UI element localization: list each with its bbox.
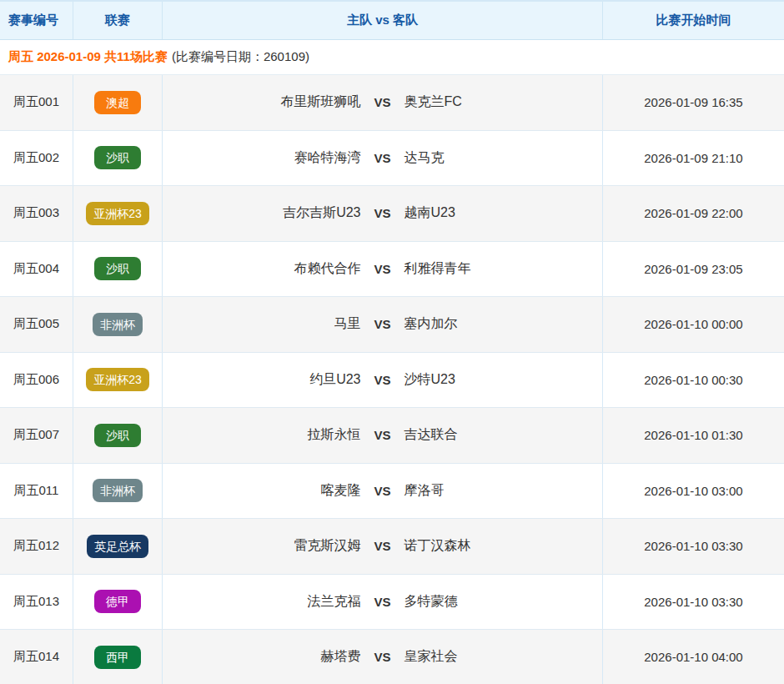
match-row[interactable]: 周五011 非洲杯 喀麦隆 VS 摩洛哥 2026-01-10 03:00 bbox=[0, 464, 784, 520]
home-team-name: 马里 bbox=[163, 315, 361, 333]
match-row[interactable]: 周五005 非洲杯 马里 VS 塞内加尔 2026-01-10 00:00 bbox=[0, 297, 784, 353]
matchup-cell: 雷克斯汉姆 VS 诺丁汉森林 bbox=[163, 519, 603, 574]
date-group-title: 周五 2026-01-09 共11场比赛 bbox=[8, 49, 168, 65]
matchup-cell: 吉尔吉斯U23 VS 越南U23 bbox=[163, 186, 603, 241]
vs-label: VS bbox=[374, 484, 391, 498]
home-team-name: 赛哈特海湾 bbox=[163, 149, 361, 167]
vs-label: VS bbox=[374, 595, 391, 609]
start-time-cell: 2026-01-09 16:35 bbox=[603, 75, 784, 130]
home-team-name: 赫塔费 bbox=[163, 648, 361, 666]
away-team-name: 诺丁汉森林 bbox=[405, 537, 603, 555]
home-team-name: 拉斯永恒 bbox=[163, 426, 361, 444]
away-team-name: 奥克兰FC bbox=[405, 93, 603, 111]
vs-label: VS bbox=[374, 428, 391, 442]
home-team-name: 吉尔吉斯U23 bbox=[163, 204, 361, 222]
home-team-name: 喀麦隆 bbox=[163, 482, 361, 500]
header-match-id: 赛事编号 bbox=[0, 2, 73, 39]
match-id-cell: 周五007 bbox=[0, 408, 73, 463]
matchup-cell: 布里斯班狮吼 VS 奥克兰FC bbox=[163, 75, 603, 130]
matchup-cell: 拉斯永恒 VS 吉达联合 bbox=[163, 408, 603, 463]
vs-label: VS bbox=[374, 650, 391, 664]
table-header-row: 赛事编号 联赛 主队 vs 客队 比赛开始时间 bbox=[0, 2, 784, 40]
home-team-name: 约旦U23 bbox=[163, 371, 361, 389]
home-team-name: 雷克斯汉姆 bbox=[163, 537, 361, 555]
home-team-name: 布里斯班狮吼 bbox=[163, 93, 361, 111]
away-team-name: 利雅得青年 bbox=[405, 260, 603, 278]
match-schedule-table: 赛事编号 联赛 主队 vs 客队 比赛开始时间 周五 2026-01-09 共1… bbox=[0, 0, 784, 684]
start-time-cell: 2026-01-10 01:30 bbox=[603, 408, 784, 463]
match-row[interactable]: 周五002 沙职 赛哈特海湾 VS 达马克 2026-01-09 21:10 bbox=[0, 131, 784, 187]
match-row[interactable]: 周五004 沙职 布赖代合作 VS 利雅得青年 2026-01-09 23:05 bbox=[0, 242, 784, 298]
league-badge: 亚洲杯23 bbox=[86, 368, 149, 391]
start-time-cell: 2026-01-10 03:00 bbox=[603, 464, 784, 519]
league-badge: 沙职 bbox=[94, 424, 141, 447]
league-badge: 西甲 bbox=[94, 646, 141, 669]
match-row[interactable]: 周五013 德甲 法兰克福 VS 多特蒙德 2026-01-10 03:30 bbox=[0, 575, 784, 631]
match-row[interactable]: 周五007 沙职 拉斯永恒 VS 吉达联合 2026-01-10 01:30 bbox=[0, 408, 784, 464]
match-row[interactable]: 周五003 亚洲杯23 吉尔吉斯U23 VS 越南U23 2026-01-09 … bbox=[0, 186, 784, 242]
away-team-name: 越南U23 bbox=[405, 204, 603, 222]
match-row[interactable]: 周五014 西甲 赫塔费 VS 皇家社会 2026-01-10 04:00 bbox=[0, 630, 784, 684]
vs-label: VS bbox=[374, 151, 391, 165]
match-id-cell: 周五012 bbox=[0, 519, 73, 574]
away-team-name: 摩洛哥 bbox=[405, 482, 603, 500]
away-team-name: 皇家社会 bbox=[405, 648, 603, 666]
home-team-name: 法兰克福 bbox=[163, 593, 361, 611]
matchup-cell: 法兰克福 VS 多特蒙德 bbox=[163, 575, 603, 630]
league-badge: 英足总杯 bbox=[87, 535, 148, 558]
matchup-cell: 马里 VS 塞内加尔 bbox=[163, 297, 603, 352]
match-id-cell: 周五013 bbox=[0, 575, 73, 630]
match-row[interactable]: 周五006 亚洲杯23 约旦U23 VS 沙特U23 2026-01-10 00… bbox=[0, 353, 784, 409]
match-row[interactable]: 周五012 英足总杯 雷克斯汉姆 VS 诺丁汉森林 2026-01-10 03:… bbox=[0, 519, 784, 575]
league-badge: 澳超 bbox=[94, 91, 141, 114]
matchup-cell: 布赖代合作 VS 利雅得青年 bbox=[163, 242, 603, 297]
league-badge: 亚洲杯23 bbox=[86, 202, 149, 225]
away-team-name: 多特蒙德 bbox=[405, 593, 603, 611]
match-id-cell: 周五011 bbox=[0, 464, 73, 519]
match-id-cell: 周五004 bbox=[0, 242, 73, 297]
start-time-cell: 2026-01-09 21:10 bbox=[603, 131, 784, 186]
away-team-name: 沙特U23 bbox=[405, 371, 603, 389]
league-badge: 沙职 bbox=[94, 257, 141, 280]
league-cell: 亚洲杯23 bbox=[73, 186, 163, 241]
matchup-cell: 喀麦隆 VS 摩洛哥 bbox=[163, 464, 603, 519]
vs-label: VS bbox=[374, 95, 391, 109]
league-badge: 沙职 bbox=[94, 146, 141, 169]
league-cell: 英足总杯 bbox=[73, 519, 163, 574]
start-time-cell: 2026-01-10 00:00 bbox=[603, 297, 784, 352]
match-id-cell: 周五006 bbox=[0, 353, 73, 408]
matchup-cell: 赛哈特海湾 VS 达马克 bbox=[163, 131, 603, 186]
vs-label: VS bbox=[374, 262, 391, 276]
league-cell: 西甲 bbox=[73, 630, 163, 684]
match-row[interactable]: 周五001 澳超 布里斯班狮吼 VS 奥克兰FC 2026-01-09 16:3… bbox=[0, 75, 784, 131]
league-cell: 德甲 bbox=[73, 575, 163, 630]
matchup-cell: 赫塔费 VS 皇家社会 bbox=[163, 630, 603, 684]
start-time-cell: 2026-01-10 00:30 bbox=[603, 353, 784, 408]
away-team-name: 塞内加尔 bbox=[405, 315, 603, 333]
start-time-cell: 2026-01-10 03:30 bbox=[603, 575, 784, 630]
start-time-cell: 2026-01-10 04:00 bbox=[603, 630, 784, 684]
start-time-cell: 2026-01-09 23:05 bbox=[603, 242, 784, 297]
away-team-name: 吉达联合 bbox=[405, 426, 603, 444]
vs-label: VS bbox=[374, 539, 391, 553]
header-start-time: 比赛开始时间 bbox=[603, 2, 784, 39]
league-cell: 非洲杯 bbox=[73, 464, 163, 519]
away-team-name: 达马克 bbox=[405, 149, 603, 167]
matchup-cell: 约旦U23 VS 沙特U23 bbox=[163, 353, 603, 408]
match-id-cell: 周五014 bbox=[0, 630, 73, 684]
league-cell: 澳超 bbox=[73, 75, 163, 130]
league-cell: 沙职 bbox=[73, 242, 163, 297]
vs-label: VS bbox=[374, 317, 391, 331]
header-league: 联赛 bbox=[73, 2, 163, 39]
league-badge: 非洲杯 bbox=[93, 479, 143, 502]
vs-label: VS bbox=[374, 206, 391, 220]
header-matchup: 主队 vs 客队 bbox=[163, 2, 603, 39]
start-time-cell: 2026-01-10 03:30 bbox=[603, 519, 784, 574]
league-cell: 亚洲杯23 bbox=[73, 353, 163, 408]
league-cell: 沙职 bbox=[73, 131, 163, 186]
start-time-cell: 2026-01-09 22:00 bbox=[603, 186, 784, 241]
match-id-cell: 周五002 bbox=[0, 131, 73, 186]
match-rows: 周五001 澳超 布里斯班狮吼 VS 奥克兰FC 2026-01-09 16:3… bbox=[0, 75, 784, 684]
league-cell: 非洲杯 bbox=[73, 297, 163, 352]
match-id-cell: 周五005 bbox=[0, 297, 73, 352]
